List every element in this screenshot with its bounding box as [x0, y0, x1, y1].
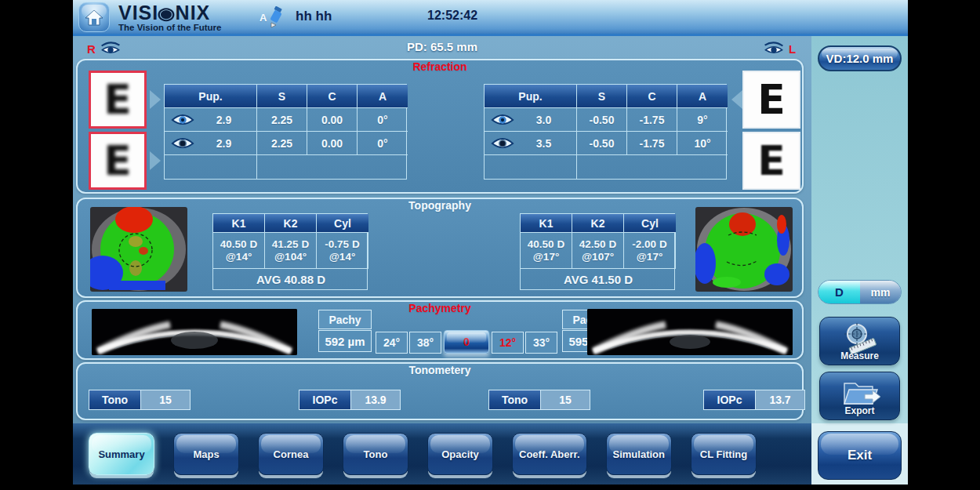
- os-topography-map[interactable]: [695, 207, 793, 292]
- center-angle-button[interactable]: 0: [444, 330, 489, 354]
- pup-value: 3.5: [522, 137, 565, 150]
- os-optotype-night[interactable]: E: [742, 132, 800, 190]
- od-pachy-block: Pachy 592 µm: [318, 310, 372, 352]
- tab-summary[interactable]: Summary: [89, 433, 154, 475]
- eye-photopic-icon: [491, 113, 514, 127]
- unit-toggle-mm[interactable]: mm: [860, 281, 901, 303]
- device-screen: VISI◉NIX The Vision of the Future A hh h…: [73, 0, 908, 485]
- table-row-photopic[interactable]: 3.0: [485, 108, 577, 132]
- od-topography-map[interactable]: [90, 207, 187, 292]
- tab-tono[interactable]: Tono: [343, 433, 408, 475]
- unit-toggle: D mm: [818, 280, 902, 304]
- col-cyl: Cyl: [624, 214, 676, 233]
- table-row-photopic[interactable]: 2.9: [165, 108, 257, 132]
- optotype-letter: E: [103, 137, 132, 184]
- iopc-value: 13.7: [756, 390, 804, 409]
- left-eye-indicator: L: [763, 39, 796, 58]
- export-icon: [838, 377, 882, 410]
- pup-value: 2.9: [202, 114, 245, 126]
- cyl-value: -2.00 D: [632, 238, 666, 251]
- k2-axis: @104°: [274, 251, 307, 263]
- od-optotype-night[interactable]: E: [89, 132, 147, 190]
- tab-cornea[interactable]: Cornea: [258, 433, 324, 475]
- a-value: 0°: [358, 132, 408, 155]
- pup-value: 2.9: [202, 137, 245, 150]
- k1-axis: @17°: [533, 251, 560, 263]
- s-value: -0.50: [577, 132, 627, 155]
- tonometry-title: Tonometery: [78, 364, 802, 376]
- k1-value: 40.50 D: [528, 238, 564, 251]
- avg-k: AVG 41.50 D: [521, 269, 676, 289]
- angle-cell-24: 24°: [376, 332, 408, 354]
- col-k1: K1: [521, 214, 572, 233]
- measure-button[interactable]: Measure: [819, 317, 900, 365]
- tab-cl-fitting[interactable]: CL Fitting: [691, 433, 757, 475]
- nav-tabs: Summary Maps Cornea Tono Opacity Coeff. …: [89, 433, 757, 475]
- c-value: -1.75: [627, 132, 677, 155]
- c-value: -1.75: [627, 108, 677, 132]
- os-scheimpflug-image[interactable]: [587, 309, 793, 355]
- tono-value: 15: [141, 390, 190, 409]
- os-iopc-box: IOPc 13.7: [703, 390, 805, 410]
- os-tono-box: Tono 15: [488, 390, 590, 410]
- pd-readout: PD: 65.5 mm: [73, 40, 811, 53]
- edit-patient-button[interactable]: A: [260, 6, 285, 28]
- angle-cell-33: 33°: [525, 332, 557, 354]
- col-a: A: [677, 85, 728, 108]
- logo-eye-icon: ◉: [158, 4, 176, 23]
- col-c: C: [627, 85, 677, 108]
- s-value: 2.25: [257, 108, 307, 132]
- brand-tagline: The Vision of the Future: [118, 23, 221, 32]
- topography-panel: Topography K1 K2 Cyl 40.50 D@14° 41.25 D…: [76, 198, 804, 298]
- empty-cell: [165, 155, 257, 179]
- od-tono-box: Tono 15: [89, 390, 191, 410]
- c-value: 0.00: [307, 132, 358, 155]
- refraction-title: Refraction: [78, 60, 802, 73]
- k2-value: 41.25 D: [272, 238, 309, 251]
- connector-triangle: [150, 151, 161, 170]
- tab-simulation[interactable]: Simulation: [606, 433, 672, 475]
- table-row-mesopic[interactable]: 3.5: [485, 132, 577, 155]
- a-value: 10°: [677, 132, 728, 155]
- os-optotype-day[interactable]: E: [742, 71, 800, 129]
- unit-toggle-diopter[interactable]: D: [818, 281, 860, 303]
- pachymetry-panel: Pachymetry Pachy 592 µm 24° 38° 0 12° 33…: [76, 300, 804, 360]
- empty-cell: [577, 155, 728, 179]
- clock: 12:52:42: [427, 9, 477, 23]
- col-k2: K2: [265, 214, 317, 233]
- exit-button[interactable]: Exit: [818, 431, 902, 480]
- optotype-letter: E: [757, 137, 786, 184]
- iopc-value: 13.9: [351, 390, 400, 409]
- bottom-nav-bar: Summary Maps Cornea Tono Opacity Coeff. …: [73, 423, 811, 485]
- optotype-letter: E: [757, 76, 786, 123]
- col-cyl: Cyl: [317, 214, 368, 233]
- export-button[interactable]: Export: [819, 372, 900, 420]
- tono-label: Tono: [489, 390, 541, 409]
- col-k2: K2: [572, 214, 624, 233]
- optotype-letter: E: [103, 76, 132, 123]
- od-optotype-day[interactable]: E: [89, 71, 147, 129]
- a-value: 9°: [677, 108, 728, 132]
- od-scheimpflug-image[interactable]: [92, 309, 297, 355]
- pd-label: PD:: [407, 40, 427, 53]
- angle-cell-38: 38°: [409, 332, 441, 354]
- k2-axis: @107°: [582, 251, 614, 263]
- eye-photopic-icon: [171, 113, 194, 127]
- col-k1: K1: [213, 214, 265, 233]
- col-c: C: [307, 85, 358, 108]
- vd-button[interactable]: VD:12.0 mm: [818, 45, 902, 71]
- right-sidebar: VD:12.0 mm D mm Measure: [811, 36, 908, 485]
- tab-maps[interactable]: Maps: [173, 433, 239, 475]
- pup-value: 3.0: [522, 114, 565, 126]
- eye-icon: [763, 42, 785, 56]
- col-s: S: [257, 85, 307, 108]
- patient-name[interactable]: hh hh: [296, 9, 332, 24]
- od-iopc-box: IOPc 13.9: [299, 390, 401, 410]
- s-value: -0.50: [577, 108, 627, 132]
- table-row-mesopic[interactable]: 2.9: [165, 132, 257, 155]
- tono-value: 15: [541, 390, 590, 409]
- home-button[interactable]: [78, 2, 110, 32]
- tab-coeff-aberr[interactable]: Coeff. Aberr.: [512, 433, 587, 475]
- cyl-axis: @14°: [329, 251, 356, 263]
- tab-opacity[interactable]: Opacity: [427, 433, 493, 475]
